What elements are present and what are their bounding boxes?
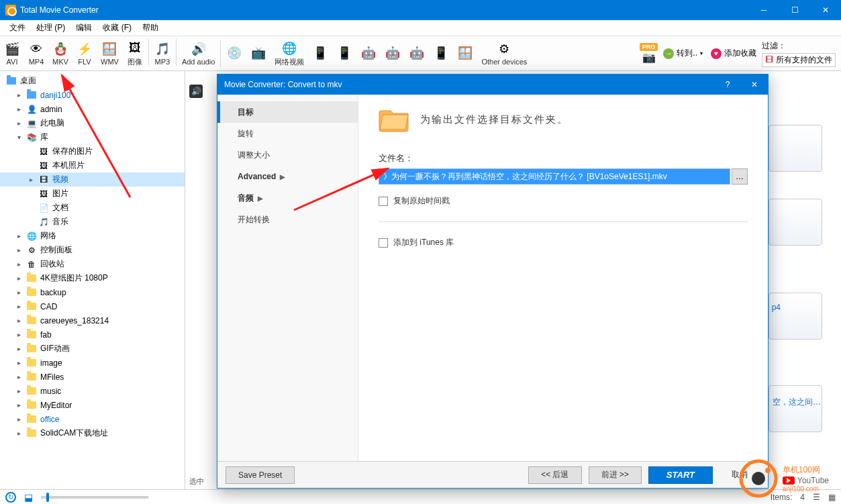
add-favorite-button[interactable]: ♥添加收藏 (708, 46, 759, 60)
file-thumbnail[interactable] (769, 385, 822, 432)
save-preset-button[interactable]: Save Preset (226, 466, 295, 484)
tree-item[interactable]: ▸MyEditor (0, 398, 185, 412)
menu-process[interactable]: 处理 (P) (31, 20, 70, 36)
tree-item[interactable]: 📄文档 (0, 201, 185, 215)
tree-item[interactable]: ▸careueyes_183214 (0, 313, 185, 327)
device-button[interactable]: 📺 (246, 39, 270, 68)
tree-item-label: 保存的图片 (52, 146, 93, 157)
tree-item[interactable]: ▸MFiles (0, 370, 185, 384)
tree-item[interactable]: ▸🗑回收站 (0, 257, 185, 271)
maximize-button[interactable]: ☐ (779, 0, 810, 20)
dialog-nav-item[interactable]: Advanced▶ (217, 166, 358, 187)
tree-item[interactable]: ▸backup (0, 285, 185, 299)
format-mp3-button[interactable]: 🎵MP3 (150, 39, 175, 68)
window-title: Total Movie Converter (20, 5, 99, 15)
tree-item[interactable]: ▸4K壁纸图片 1080P (0, 271, 185, 285)
tree-item[interactable]: 🖼本机照片 (0, 158, 185, 172)
dialog-nav-item[interactable]: 调整大小 (217, 144, 358, 166)
checkbox-icon (379, 197, 388, 206)
device-button[interactable]: 🪟 (453, 39, 477, 68)
tree-item[interactable]: 🎵音乐 (0, 215, 185, 229)
menu-favorites[interactable]: 收藏 (F) (97, 20, 137, 36)
device-button[interactable]: 📱 (332, 39, 356, 68)
close-button[interactable]: ✕ (810, 0, 841, 20)
view-grid-icon[interactable]: ▦ (828, 493, 836, 502)
tree-root[interactable]: 桌面 (0, 74, 185, 88)
checkbox-icon (379, 238, 388, 248)
tree-item[interactable]: ▸fab (0, 327, 185, 342)
dialog-close-button[interactable]: ✕ (741, 74, 768, 95)
tree-item-icon: 💻 (26, 118, 38, 129)
add-itunes-checkbox[interactable]: 添加到 iTunes 库 (379, 237, 748, 248)
tree-item[interactable]: 🖼保存的图片 (0, 144, 185, 158)
zoom-slider[interactable] (41, 496, 148, 499)
tree-item[interactable]: ▸music (0, 384, 185, 398)
tree-item-label: CAD (40, 302, 57, 311)
tree-item[interactable]: ▸🌐网络 (0, 229, 185, 243)
dialog-nav-item[interactable]: 开始转换 (217, 209, 358, 230)
tree-item-label: 库 (40, 132, 48, 143)
cancel-button[interactable]: 取消 (720, 466, 760, 484)
tree-item[interactable]: ▸🎞视频 (0, 172, 185, 187)
file-thumbnail[interactable] (769, 199, 822, 246)
refresh-icon[interactable]: ↻ (5, 492, 16, 503)
minimize-button[interactable]: ─ (748, 0, 779, 20)
dialog-help-button[interactable]: ? (714, 74, 741, 95)
tree-item[interactable]: ▸GIF动画 (0, 342, 185, 356)
format-avi-button[interactable]: 🎬AVI (0, 39, 24, 68)
tree-item[interactable]: ▸💻此电脑 (0, 116, 185, 130)
chevron-icon: ▸ (15, 401, 23, 409)
file-ext-label: p4 (772, 303, 781, 312)
pro-badge: PRO (640, 43, 658, 51)
file-thumbnail[interactable] (769, 293, 822, 340)
filename-input[interactable] (379, 168, 730, 185)
device-button[interactable]: 🌐网络视频 (270, 39, 308, 68)
view-list-icon[interactable]: ☰ (813, 493, 820, 502)
start-button[interactable]: START (648, 466, 713, 484)
tree-item[interactable]: ▸CAD (0, 299, 185, 313)
dialog-nav-item[interactable]: 音频▶ (217, 187, 358, 209)
tree-item-label: SolidCAM下载地址 (40, 427, 108, 439)
expand-icon[interactable]: ⬓ (24, 492, 33, 503)
device-button[interactable]: 🤖 (405, 39, 429, 68)
format-图像-button[interactable]: 🖼图像 (123, 39, 147, 68)
file-thumbnail[interactable] (769, 125, 822, 172)
app-logo-icon (5, 5, 16, 15)
audio-icon: 🔊 (189, 85, 203, 98)
tree-item[interactable]: ▸👤admin (0, 102, 185, 116)
device-button[interactable]: ⚙Other devices (477, 39, 531, 68)
device-button[interactable]: 🤖 (381, 39, 405, 68)
chevron-icon: ▸ (15, 345, 23, 352)
dialog-nav-item[interactable]: 目标 (217, 101, 358, 123)
format-wmv-button[interactable]: 🪟WMV (97, 39, 123, 68)
format-add audio-button[interactable]: 🔊Add audio (178, 39, 219, 68)
device-button[interactable]: 🤖 (356, 39, 381, 68)
format-flv-button[interactable]: ⚡FLV (72, 39, 97, 68)
back-button[interactable]: << 后退 (528, 466, 581, 484)
folder-icon (379, 105, 411, 134)
tree-item[interactable]: ▸danji100 (0, 88, 185, 102)
next-button[interactable]: 前进 >> (589, 466, 642, 484)
tree-item[interactable]: ▸image (0, 356, 185, 370)
dialog-nav-item[interactable]: 旋转 (217, 123, 358, 144)
device-icon: 🪟 (457, 45, 473, 61)
menu-file[interactable]: 文件 (4, 20, 31, 36)
browse-button[interactable]: … (732, 168, 748, 185)
convert-to-button[interactable]: →转到..▾ (660, 46, 705, 60)
device-icon: 📺 (250, 45, 266, 61)
filter-dropdown[interactable]: 🎞所有支持的文件 (762, 53, 836, 67)
format-mkv-button[interactable]: 🪆MKV (48, 39, 72, 68)
tree-item[interactable]: ▸office (0, 412, 185, 426)
tree-item[interactable]: 🖼图片 (0, 187, 185, 201)
menu-help[interactable]: 帮助 (137, 20, 164, 36)
menu-edit[interactable]: 编辑 (70, 20, 97, 36)
format-mp4-button[interactable]: 👁MP4 (24, 39, 48, 68)
status-bar: ↻ ⬓ Items: 4 ☰ ▦ (0, 489, 841, 504)
device-button[interactable]: 📱 (429, 39, 453, 68)
tree-item[interactable]: ▾📚库 (0, 130, 185, 144)
tree-item[interactable]: ▸⚙控制面板 (0, 243, 185, 257)
device-button[interactable]: 💿 (222, 39, 246, 68)
device-button[interactable]: 📱 (308, 39, 332, 68)
tree-item[interactable]: ▸SolidCAM下载地址 (0, 426, 185, 440)
copy-timestamp-checkbox[interactable]: 复制原始时间戳 (379, 195, 748, 207)
